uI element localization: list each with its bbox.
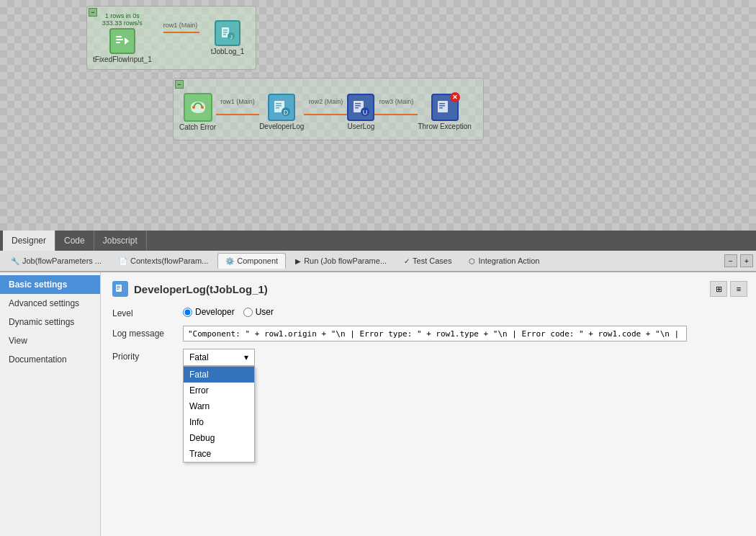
svg-rect-30: [117, 287, 120, 288]
node-icon-userlog[interactable]: U: [347, 94, 374, 121]
svg-point-10: [192, 106, 195, 109]
node-icon-catch-error[interactable]: [184, 93, 212, 122]
form-row-level: Level Developer User: [112, 305, 744, 318]
main-content: Basic settings Advanced settings Dynamic…: [0, 272, 756, 536]
tab-test-cases[interactable]: ✓ Test Cases: [396, 253, 459, 269]
tab-component[interactable]: ⚙️ Component: [217, 253, 286, 269]
node-userlog: U UserLog: [347, 94, 374, 130]
node-stats: 1 rows in 0s 333.33 rows/s: [102, 12, 143, 27]
svg-rect-29: [117, 286, 120, 287]
priority-dropdown-menu: Fatal Error Warn Info Debug Trace: [183, 366, 255, 463]
priority-option-info[interactable]: Info: [184, 414, 254, 430]
connector-1: row1 (Main): [163, 32, 199, 33]
level-label: Level: [112, 305, 177, 318]
minimize-btn-2[interactable]: −: [175, 80, 184, 89]
node-label-userlog: UserLog: [347, 122, 374, 130]
svg-rect-31: [117, 289, 119, 290]
node-icon-tjoblog[interactable]: J: [215, 20, 240, 46]
svg-rect-2: [116, 42, 120, 43]
node-icon-throw-exception[interactable]: ✕: [431, 94, 459, 121]
component-icon: ⚙️: [225, 257, 234, 265]
conn-label-2: row2 (Main): [309, 98, 343, 105]
node-label-developerlog: DeveloperLog: [259, 122, 304, 130]
sidebar-item-documentation[interactable]: Documentation: [0, 350, 100, 369]
svg-rect-24: [438, 101, 448, 112]
tab-designer[interactable]: Designer: [3, 231, 55, 251]
h-line-3: [304, 114, 347, 115]
conn-label-3: row3 (Main): [379, 98, 414, 105]
node-icon-tfixedflow[interactable]: [109, 28, 135, 54]
priority-option-warn[interactable]: Warn: [184, 398, 254, 414]
node-label-tfixedflow: tFixedFlowInput_1: [93, 55, 152, 63]
priority-option-debug[interactable]: Debug: [184, 430, 254, 446]
flow-container-2: − Catch Error row1 (Main): [173, 78, 484, 140]
radio-developer[interactable]: [183, 308, 192, 317]
priority-chevron-icon: ▾: [244, 352, 248, 362]
error-badge: ✕: [450, 92, 460, 102]
svg-rect-19: [355, 103, 361, 104]
svg-point-11: [201, 106, 204, 109]
conn-wrap-2: row2 (Main): [304, 98, 347, 115]
flow-container-1: − 1 rows in 0s 333.33 rows/s tFixedFlowI…: [86, 6, 256, 70]
node-developerlog: D DeveloperLog: [259, 94, 304, 130]
h-line-2: [216, 114, 259, 115]
tab-job-params[interactable]: 🔧 Job(flowParameters ...: [3, 253, 109, 269]
grid-view-btn[interactable]: ⊞: [710, 281, 727, 297]
svg-rect-0: [116, 36, 122, 37]
conn-wrap-1: row1 (Main): [216, 98, 259, 115]
tab-contexts[interactable]: 📄 Contexts(flowParam...: [111, 253, 216, 269]
sidebar-item-dynamic-settings[interactable]: Dynamic settings: [0, 313, 100, 331]
sidebar-item-view[interactable]: View: [0, 331, 100, 350]
svg-text:U: U: [363, 109, 368, 116]
sidebar-item-advanced-settings[interactable]: Advanced settings: [0, 294, 100, 313]
connector-label-row1: row1 (Main): [163, 22, 198, 29]
component-title-text: DeveloperLog(tJobLog_1): [134, 283, 268, 295]
form-row-log-message: Log message: [112, 326, 744, 341]
form-row-priority: Priority Fatal ▾ Fatal Error Warn Info D…: [112, 349, 744, 366]
radio-developer-label[interactable]: Developer: [183, 307, 235, 317]
radio-user[interactable]: [243, 308, 253, 317]
tab-code[interactable]: Code: [55, 231, 94, 251]
tab-run[interactable]: ▶ Run (Job flowParame...: [287, 253, 395, 269]
tab-bar-second: 🔧 Job(flowParameters ... 📄 Contexts(flow…: [0, 251, 756, 272]
tab-expand-btn[interactable]: +: [740, 254, 753, 267]
priority-select-wrap: Fatal ▾ Fatal Error Warn Info Debug Trac…: [183, 349, 255, 366]
radio-user-label[interactable]: User: [243, 307, 274, 317]
priority-option-fatal[interactable]: Fatal: [184, 367, 254, 383]
conn-label-1: row1 (Main): [220, 98, 255, 105]
h-line-1: [163, 32, 199, 33]
sidebar-item-basic-settings[interactable]: Basic settings: [0, 275, 100, 294]
log-message-input[interactable]: [183, 326, 687, 341]
priority-select-btn[interactable]: Fatal ▾: [183, 349, 255, 366]
run-icon: ▶: [295, 257, 301, 265]
priority-option-error[interactable]: Error: [184, 383, 254, 398]
tab-jobscript[interactable]: Jobscript: [94, 231, 147, 251]
svg-rect-13: [276, 103, 282, 104]
list-view-btn[interactable]: ≡: [730, 281, 747, 297]
node-tjoblog: J tJobLog_1: [211, 20, 245, 55]
component-title-icon: [112, 281, 128, 297]
svg-rect-6: [223, 32, 228, 33]
integration-icon: ⬡: [469, 257, 475, 265]
tab-collapse-btn[interactable]: −: [724, 254, 737, 267]
svg-rect-5: [223, 30, 228, 31]
job-icon: 🔧: [11, 257, 19, 265]
tab-bar-top: Designer Code Jobscript: [0, 231, 756, 251]
radio-group-level: Developer User: [183, 305, 744, 317]
level-field: Developer User: [183, 305, 744, 317]
node-tfixedflow: 1 rows in 0s 333.33 rows/s tFixedFlowInp…: [93, 12, 152, 63]
bottom-panel: Designer Code Jobscript 🔧 Job(flowParame…: [0, 231, 756, 536]
priority-option-trace[interactable]: Trace: [184, 446, 254, 462]
node-icon-developerlog[interactable]: D: [268, 94, 295, 121]
tab-controls: − +: [724, 254, 753, 267]
node-label-tjoblog: tJobLog_1: [211, 48, 245, 55]
component-title-row: DeveloperLog(tJobLog_1): [112, 281, 744, 297]
tab-integration-action[interactable]: ⬡ Integration Action: [461, 253, 547, 269]
node-catch-error: Catch Error: [179, 93, 216, 131]
testcase-icon: ✓: [404, 257, 410, 265]
log-message-field: [183, 326, 744, 341]
title-controls: ⊞ ≡: [710, 281, 747, 297]
svg-rect-7: [223, 34, 226, 35]
svg-rect-14: [276, 105, 282, 107]
svg-rect-1: [116, 39, 123, 40]
